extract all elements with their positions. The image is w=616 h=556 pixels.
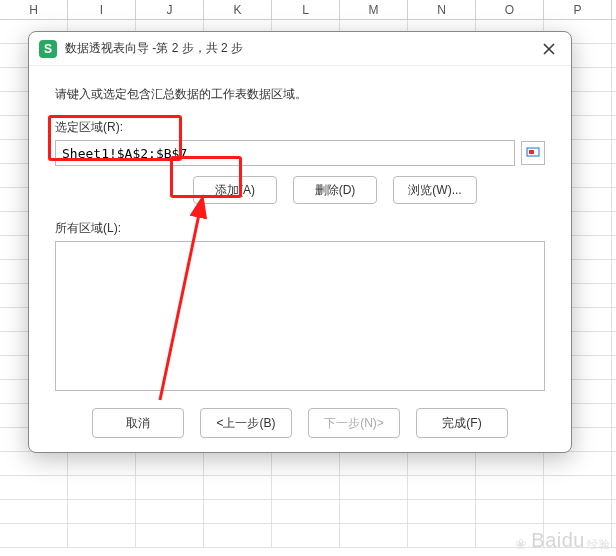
col-header[interactable]: M — [340, 0, 408, 19]
col-header[interactable]: L — [272, 0, 340, 19]
instruction-text: 请键入或选定包含汇总数据的工作表数据区域。 — [55, 86, 545, 103]
pivot-wizard-dialog: S 数据透视表向导 -第 2 步，共 2 步 请键入或选定包含汇总数据的工作表数… — [28, 31, 572, 453]
col-header[interactable]: J — [136, 0, 204, 19]
range-label: 选定区域(R): — [55, 119, 545, 136]
all-ranges-listbox[interactable] — [55, 241, 545, 391]
col-header[interactable]: O — [476, 0, 544, 19]
app-icon: S — [39, 40, 57, 58]
dialog-title: 数据透视表向导 -第 2 步，共 2 步 — [65, 40, 243, 57]
delete-button-label: 删除(D) — [315, 182, 356, 199]
range-input[interactable] — [55, 140, 515, 166]
all-ranges-label: 所有区域(L): — [55, 220, 545, 237]
dialog-titlebar: S 数据透视表向导 -第 2 步，共 2 步 — [29, 32, 571, 66]
col-header[interactable]: I — [68, 0, 136, 19]
cancel-button-label: 取消 — [126, 415, 150, 432]
dialog-footer: 取消 <上一步(B) 下一步(N)> 完成(F) — [29, 408, 571, 438]
col-header[interactable]: K — [204, 0, 272, 19]
col-header[interactable]: P — [544, 0, 612, 19]
svg-rect-1 — [529, 150, 534, 154]
prev-button-label: <上一步(B) — [216, 415, 275, 432]
close-icon — [543, 43, 555, 55]
refedit-icon — [526, 147, 540, 159]
col-header[interactable]: N — [408, 0, 476, 19]
finish-button[interactable]: 完成(F) — [416, 408, 508, 438]
finish-button-label: 完成(F) — [442, 415, 481, 432]
browse-button[interactable]: 浏览(W)... — [393, 176, 477, 204]
range-row — [55, 140, 545, 166]
next-button-label: 下一步(N)> — [324, 415, 384, 432]
range-buttons: 添加(A) 删除(D) 浏览(W)... — [193, 176, 545, 204]
add-button[interactable]: 添加(A) — [193, 176, 277, 204]
col-header[interactable]: H — [0, 0, 68, 19]
dialog-body: 请键入或选定包含汇总数据的工作表数据区域。 选定区域(R): 添加(A) 删除(… — [29, 66, 571, 399]
browse-button-label: 浏览(W)... — [408, 182, 461, 199]
next-button: 下一步(N)> — [308, 408, 400, 438]
add-button-label: 添加(A) — [215, 182, 255, 199]
close-button[interactable] — [537, 37, 561, 61]
refedit-button[interactable] — [521, 141, 545, 165]
delete-button[interactable]: 删除(D) — [293, 176, 377, 204]
cancel-button[interactable]: 取消 — [92, 408, 184, 438]
column-headers: H I J K L M N O P — [0, 0, 616, 20]
prev-button[interactable]: <上一步(B) — [200, 408, 292, 438]
